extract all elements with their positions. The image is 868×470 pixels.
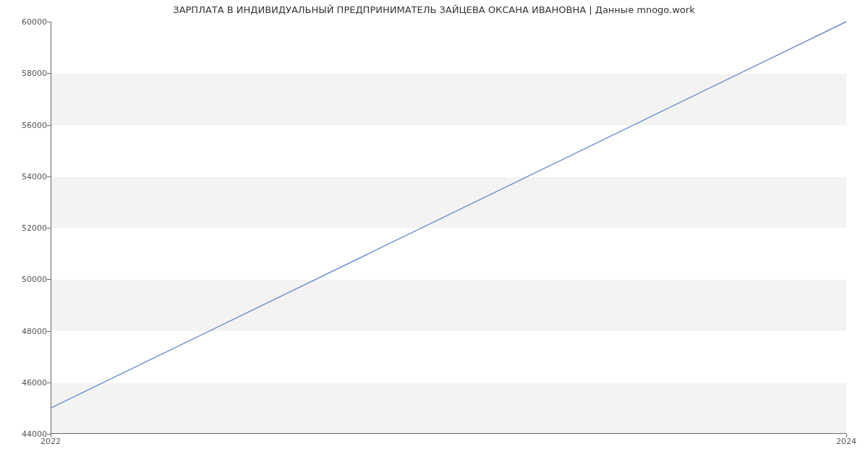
y-tick-label: 54000 (4, 171, 47, 181)
plot-area (51, 22, 846, 434)
data-line (51, 22, 846, 434)
y-tick-label: 58000 (4, 69, 47, 78)
y-tick-mark (47, 331, 51, 332)
y-tick-label: 50000 (4, 275, 47, 284)
y-tick-mark (47, 73, 51, 74)
y-gridline (51, 434, 846, 435)
y-tick-label: 60000 (4, 17, 47, 27)
y-tick-mark (47, 125, 51, 126)
chart-title: ЗАРПЛАТА В ИНДИВИДУАЛЬНЫЙ ПРЕДПРИНИМАТЕЛ… (0, 4, 868, 15)
line-chart: ЗАРПЛАТА В ИНДИВИДУАЛЬНЫЙ ПРЕДПРИНИМАТЕЛ… (0, 0, 868, 470)
y-tick-mark (47, 228, 51, 228)
y-tick-label: 52000 (4, 223, 47, 233)
x-tick-label: 2022 (41, 437, 61, 446)
y-tick-label: 48000 (4, 326, 47, 336)
y-tick-label: 46000 (4, 377, 47, 387)
y-tick-label: 56000 (4, 120, 47, 129)
y-tick-mark (47, 279, 51, 280)
y-tick-mark (47, 22, 51, 22)
x-tick-label: 2024 (836, 437, 856, 446)
y-tick-mark (47, 176, 51, 177)
y-tick-mark (47, 383, 51, 383)
